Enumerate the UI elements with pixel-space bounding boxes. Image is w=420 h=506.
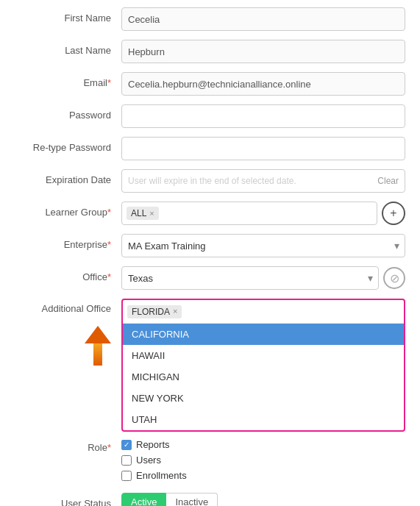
- arrow-indicator: [85, 326, 111, 366]
- additional-office-option-michigan[interactable]: MICHIGAN: [123, 366, 404, 388]
- additional-office-option-hawaii[interactable]: HAWAII: [123, 345, 404, 366]
- email-required-star: *: [107, 77, 111, 88]
- office-select[interactable]: Texas: [121, 266, 379, 290]
- user-status-row: User Status Active Inactive: [15, 493, 405, 506]
- enterprise-required-star: *: [107, 239, 111, 250]
- role-row: Role* ✓ Reports Users Enrollments: [15, 439, 405, 485]
- expiration-date-row: Expiration Date User will expire in the …: [15, 169, 405, 194]
- expiration-clear-link[interactable]: Clear: [377, 176, 399, 186]
- user-status-label: User Status: [15, 493, 121, 506]
- office-label: Office*: [15, 266, 121, 282]
- role-reports-row: ✓ Reports: [121, 439, 405, 450]
- learner-group-tag-all: ALL ×: [127, 207, 159, 220]
- learner-group-tag-remove[interactable]: ×: [149, 210, 154, 218]
- role-required-star: *: [107, 442, 111, 453]
- learner-group-required-star: *: [107, 207, 111, 218]
- email-row: Email*: [15, 72, 405, 97]
- expiration-date-label: Expiration Date: [15, 169, 121, 185]
- retype-password-field-wrapper: [121, 137, 405, 160]
- email-label: Email*: [15, 72, 121, 88]
- password-row: Password: [15, 104, 405, 129]
- office-field-wrapper: Texas ▾ ⊘: [121, 266, 405, 290]
- additional-office-tag-florida-remove[interactable]: ×: [173, 307, 177, 316]
- additional-office-list: CALIFORNIA HAWAII MICHIGAN NEW YORK UTAH: [123, 324, 404, 430]
- arrow-up-icon: [85, 326, 111, 343]
- office-row: Office* Texas ▾ ⊘: [15, 266, 405, 291]
- first-name-input[interactable]: [121, 7, 405, 31]
- enterprise-label: Enterprise*: [15, 234, 121, 250]
- role-label: Role*: [15, 439, 121, 453]
- retype-password-row: Re-type Password: [15, 137, 405, 162]
- enrollments-checkbox[interactable]: [121, 471, 132, 481]
- status-inactive-btn[interactable]: Inactive: [166, 493, 218, 506]
- email-input[interactable]: [121, 72, 405, 96]
- password-label: Password: [15, 104, 121, 121]
- last-name-input[interactable]: [121, 40, 405, 63]
- users-label: Users: [136, 455, 161, 466]
- learner-group-label: Learner Group*: [15, 202, 121, 218]
- enterprise-select-wrapper: MA Exam Training ▾: [121, 234, 405, 257]
- last-name-row: Last Name: [15, 40, 405, 65]
- additional-office-dropdown[interactable]: FLORIDA × CALIFORNIA HAWAII MICHIGAN NEW…: [121, 299, 405, 432]
- office-select-wrapper: Texas ▾: [121, 266, 379, 290]
- additional-office-tags: FLORIDA ×: [123, 300, 404, 324]
- first-name-field-wrapper: [121, 7, 405, 31]
- users-checkbox[interactable]: [121, 455, 132, 466]
- enrollments-label: Enrollments: [136, 470, 187, 481]
- reports-label: Reports: [136, 439, 170, 450]
- additional-office-tag-florida: FLORIDA ×: [127, 305, 182, 318]
- role-users-row: Users: [121, 455, 405, 466]
- enterprise-row: Enterprise* MA Exam Training ▾: [15, 234, 405, 259]
- additional-office-row: Additional Office FLORIDA × CALIFORNIA H…: [15, 299, 405, 432]
- additional-office-option-california[interactable]: CALIFORNIA: [123, 324, 404, 345]
- last-name-field-wrapper: [121, 40, 405, 63]
- office-clear-btn[interactable]: ⊘: [383, 267, 405, 289]
- learner-group-row: Learner Group* ALL × +: [15, 202, 405, 227]
- office-required-star: *: [107, 271, 111, 282]
- email-field-wrapper: [121, 72, 405, 96]
- expiration-placeholder: User will expire in the end of selected …: [128, 176, 377, 186]
- retype-password-input[interactable]: [121, 137, 405, 160]
- additional-office-label: Additional Office: [15, 299, 121, 366]
- reports-checkbox[interactable]: ✓: [121, 440, 132, 450]
- last-name-label: Last Name: [15, 40, 121, 56]
- additional-office-option-newyork[interactable]: NEW YORK: [123, 388, 404, 409]
- learner-group-add-btn[interactable]: +: [382, 202, 405, 225]
- status-btn-group: Active Inactive: [121, 493, 218, 506]
- first-name-label: First Name: [15, 7, 121, 24]
- learner-group-field-wrapper: ALL × +: [121, 202, 405, 225]
- expiration-date-wrapper[interactable]: User will expire in the end of selected …: [121, 169, 405, 193]
- retype-password-label: Re-type Password: [15, 137, 121, 153]
- user-form: First Name Last Name Email* Password Re-…: [0, 0, 420, 506]
- learner-group-tags[interactable]: ALL ×: [121, 202, 377, 225]
- additional-office-option-utah[interactable]: UTAH: [123, 409, 404, 430]
- first-name-row: First Name: [15, 7, 405, 32]
- password-field-wrapper: [121, 104, 405, 128]
- status-active-btn[interactable]: Active: [121, 493, 166, 506]
- role-enrollments-row: Enrollments: [121, 470, 405, 481]
- arrow-shaft: [93, 343, 102, 366]
- password-input[interactable]: [121, 104, 405, 128]
- role-section: ✓ Reports Users Enrollments: [121, 439, 405, 485]
- enterprise-select[interactable]: MA Exam Training: [121, 234, 405, 257]
